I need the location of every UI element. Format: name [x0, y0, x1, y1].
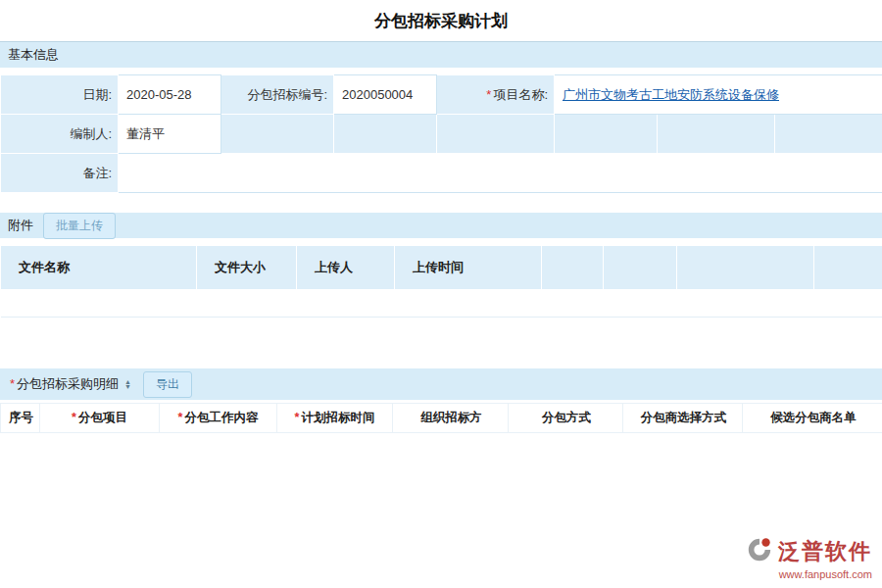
empty-cell: [775, 115, 882, 154]
fanpu-logo-icon: [746, 536, 773, 567]
remark-label: 备注:: [1, 154, 119, 193]
attachments-section: 附件 批量上传 文件名称 文件大小 上传人 上传时间: [0, 213, 882, 318]
col-file-size: 文件大小: [197, 246, 297, 290]
detail-title: *分包招标采购明细: [10, 375, 119, 393]
detail-header-row: 序号 *分包项目 *分包工作内容 *计划招标时间 组织招标方 分包方式 分包商选…: [1, 404, 882, 433]
detail-table: 序号 *分包项目 *分包工作内容 *计划招标时间 组织招标方 分包方式 分包商选…: [0, 403, 882, 433]
detail-title-text: 分包招标采购明细: [17, 376, 119, 391]
preparer-value: 董清平: [119, 115, 221, 154]
detail-empty-area: [0, 433, 882, 541]
date-value: 2020-05-28: [119, 75, 221, 115]
bid-no-value: 2020050004: [334, 75, 437, 115]
brand-url[interactable]: www.fanpusoft.com: [779, 568, 872, 580]
required-asterisk: *: [486, 87, 491, 102]
basic-info-row-3: 备注:: [1, 154, 882, 193]
sort-icon[interactable]: ▲▼: [124, 379, 131, 389]
batch-upload-button[interactable]: 批量上传: [43, 213, 116, 239]
footer-brand: 泛普软件 www.fanpusoft.com: [746, 536, 872, 580]
project-name-link[interactable]: 广州市文物考古工地安防系统设备保修: [563, 87, 779, 102]
empty-cell: [658, 115, 775, 154]
bid-no-label: 分包招标编号:: [221, 75, 334, 115]
remark-value: [119, 154, 882, 193]
col-seq: 序号: [1, 404, 40, 433]
basic-info-header: 基本信息: [0, 42, 882, 68]
col-work-content: *分包工作内容: [160, 404, 277, 433]
empty-cell: [437, 115, 555, 154]
attachments-table: 文件名称 文件大小 上传人 上传时间: [0, 245, 882, 318]
detail-header-bar: *分包招标采购明细 ▲▼ 导出: [0, 368, 882, 400]
empty-cell: [221, 115, 334, 154]
col-subcontract-project: *分包项目: [40, 404, 160, 433]
empty-cell: [334, 115, 437, 154]
project-name-label: *项目名称:: [437, 75, 555, 115]
basic-info-row-2: 编制人: 董清平: [1, 115, 882, 154]
col-candidate-list: 候选分包商名单: [743, 404, 882, 433]
main-content: 基本信息 日期: 2020-05-28 分包招标编号: 2020050004 *…: [0, 41, 882, 541]
col-organizer: 组织招标方: [393, 404, 509, 433]
basic-info-table: 日期: 2020-05-28 分包招标编号: 2020050004 *项目名称:…: [0, 74, 882, 193]
basic-info-title: 基本信息: [8, 46, 59, 64]
required-asterisk: *: [178, 411, 183, 424]
col-upload-time: 上传时间: [395, 246, 542, 290]
project-name-label-text: 项目名称:: [493, 87, 548, 102]
col-empty: [542, 246, 604, 290]
required-asterisk: *: [72, 411, 76, 424]
empty-cell: [555, 115, 658, 154]
col-file-name: 文件名称: [1, 246, 197, 290]
col-uploader: 上传人: [297, 246, 395, 290]
col-planned-bid-time: *计划招标时间: [277, 404, 393, 433]
col-empty: [677, 246, 814, 290]
project-name-cell: 广州市文物考古工地安防系统设备保修: [555, 75, 882, 115]
page-title: 分包招标采购计划: [0, 0, 882, 31]
required-asterisk: *: [295, 411, 300, 424]
attachments-header: 附件 批量上传: [0, 213, 882, 238]
attachments-empty-row: [1, 290, 882, 318]
col-empty: [814, 246, 882, 290]
date-label: 日期:: [1, 75, 119, 115]
required-asterisk: *: [10, 376, 15, 391]
attachments-empty-cell: [1, 290, 882, 318]
col-subcontract-method: 分包方式: [509, 404, 623, 433]
detail-section: *分包招标采购明细 ▲▼ 导出 序号 *分包项目 *分包工作内容 *计划招标时间…: [0, 368, 882, 541]
attachments-header-row: 文件名称 文件大小 上传人 上传时间: [1, 246, 882, 290]
export-button[interactable]: 导出: [143, 371, 192, 398]
col-selection-method: 分包商选择方式: [623, 404, 743, 433]
attachments-title: 附件: [8, 217, 33, 234]
brand-name: 泛普软件: [778, 537, 872, 566]
col-empty: [604, 246, 677, 290]
preparer-label: 编制人:: [1, 115, 119, 154]
basic-info-row-1: 日期: 2020-05-28 分包招标编号: 2020050004 *项目名称:…: [1, 75, 882, 115]
